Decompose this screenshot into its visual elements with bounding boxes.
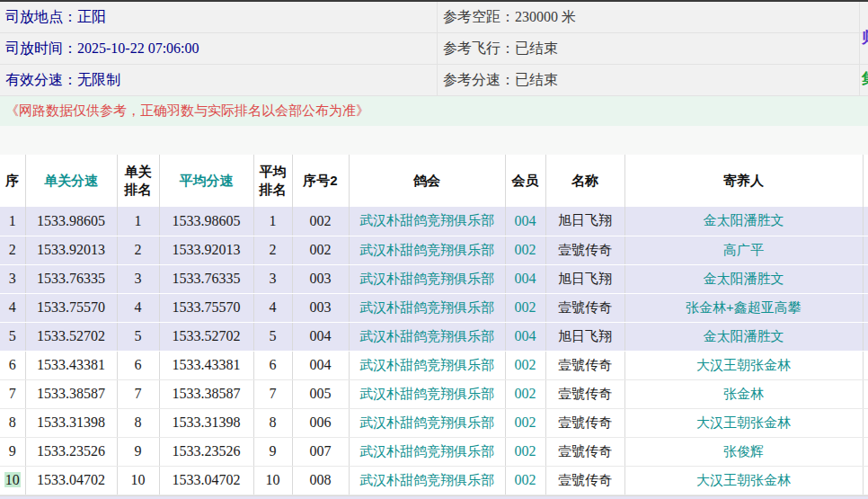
release-time-value: 2025-10-22 07:06:00: [77, 40, 199, 57]
cell-avg-rank: 3: [253, 264, 292, 293]
col-header-single-speed[interactable]: 单关分速: [25, 155, 117, 207]
release-site-value: 正阳: [77, 8, 106, 27]
cell-club-link[interactable]: 武汉朴甜鸽竞翔俱乐部: [349, 236, 505, 264]
cell-avg-speed: 1533.31398: [159, 408, 253, 437]
ref-speed-field: 参考分速：已结束: [438, 65, 860, 95]
cell-keeper-link[interactable]: 大汉王朝张金林: [624, 408, 863, 437]
cell-member-link[interactable]: 004: [505, 322, 545, 351]
table-row: 6 1533.43381 6 1533.43381 6 004 武汉朴甜鸽竞翔俱…: [0, 351, 868, 379]
cell-member-link[interactable]: 002: [505, 293, 545, 322]
ref-distance-field: 参考空距：230000 米: [438, 2, 860, 32]
cell-keeper-link[interactable]: 张俊辉: [624, 437, 863, 466]
table-row: 2 1533.92013 2 1533.92013 2 002 武汉朴甜鸽竞翔俱…: [0, 236, 868, 264]
cell-single-speed: 1533.23526: [25, 437, 117, 466]
cell-keeper-link[interactable]: 金太阳潘胜文: [624, 207, 863, 236]
ref-flight-label: 参考飞行：: [443, 40, 515, 58]
cell-name: 壹號传奇: [545, 466, 624, 495]
cell-avg-speed: 1533.75570: [159, 293, 253, 322]
cell-member-link[interactable]: 002: [505, 437, 545, 466]
ref-distance-value: 230000 米: [515, 8, 576, 27]
cell-keeper-link[interactable]: 张金林+鑫超亚高攀: [624, 293, 863, 322]
cell-club-link[interactable]: 武汉朴甜鸽竞翔俱乐部: [349, 379, 505, 408]
cell-seq: 8: [0, 408, 25, 437]
cell-avg-rank: 4: [253, 293, 292, 322]
cell-club-link[interactable]: 武汉朴甜鸽竞翔俱乐部: [349, 207, 505, 236]
cell-keeper-link[interactable]: 金太阳潘胜文: [624, 322, 863, 351]
col-header-seq[interactable]: 序: [0, 155, 25, 207]
selected-seq-highlight: 10: [4, 472, 21, 487]
cell-single-rank: 3: [117, 264, 159, 293]
cell-single-rank: 2: [117, 236, 159, 264]
col-header-clipped: [863, 155, 868, 207]
cell-keeper-link[interactable]: 大汉王朝张金林: [624, 466, 863, 495]
col-header-club[interactable]: 鸽会: [349, 155, 505, 207]
info-panel: 司放地点：正阳 参考空距：230000 米 司放时间：2025-10-22 07…: [0, 2, 868, 96]
table-row: 5 1533.52702 5 1533.52702 5 004 武汉朴甜鸽竞翔俱…: [0, 322, 868, 351]
release-site-field: 司放地点：正阳: [0, 2, 438, 32]
cell-avg-speed: 1533.76335: [159, 264, 253, 293]
cell-keeper-link[interactable]: 金太阳潘胜文: [624, 264, 863, 293]
cell-avg-rank: 2: [253, 236, 292, 264]
col-header-seq2[interactable]: 序号2: [292, 155, 349, 207]
clipped-link-gather[interactable]: 集: [862, 68, 868, 89]
cell-single-speed: 1533.76335: [25, 264, 117, 293]
cell-club-link[interactable]: 武汉朴甜鸽竞翔俱乐部: [349, 293, 505, 322]
cell-single-speed: 1533.98605: [25, 207, 117, 236]
cell-seq: 6: [0, 351, 25, 379]
cell-name: 壹號传奇: [545, 437, 624, 466]
cell-single-rank: 4: [117, 293, 159, 322]
col-header-keeper[interactable]: 寄养人: [624, 155, 863, 207]
col-header-member[interactable]: 会员: [505, 155, 545, 207]
cell-keeper-link[interactable]: 大汉王朝张金林: [624, 351, 863, 379]
cell-seq2: 008: [292, 466, 349, 495]
valid-speed-value: 无限制: [77, 71, 120, 90]
cell-avg-rank: 9: [253, 437, 292, 466]
cell-member-link[interactable]: 002: [505, 466, 545, 495]
next-row-clipped: [0, 495, 868, 499]
cell-avg-rank: 1: [253, 207, 292, 236]
cell-seq: 5: [0, 322, 25, 351]
cell-single-rank: 1: [117, 207, 159, 236]
cell-club-link[interactable]: 武汉朴甜鸽竞翔俱乐部: [349, 264, 505, 293]
col-header-avg-speed[interactable]: 平均分速: [159, 155, 253, 207]
cell-club-link[interactable]: 武汉朴甜鸽竞翔俱乐部: [349, 408, 505, 437]
col-header-avg-rank[interactable]: 平均排名: [253, 155, 292, 207]
cell-member-link[interactable]: 004: [505, 207, 545, 236]
cell-club-link[interactable]: 武汉朴甜鸽竞翔俱乐部: [349, 437, 505, 466]
cell-avg-rank: 6: [253, 351, 292, 379]
cell-name: 旭日飞翔: [545, 264, 624, 293]
cell-keeper-link[interactable]: 高广平: [624, 236, 863, 264]
ref-distance-label: 参考空距：: [443, 8, 515, 27]
spacer-band: [0, 126, 868, 155]
cell-seq: 7: [0, 379, 25, 408]
cell-name: 旭日飞翔: [545, 207, 624, 236]
header-row: 序 单关分速 单关排名 平均分速 平均排名 序号2 鸽会 会员 名称 寄养人: [0, 155, 868, 207]
table-row: 7 1533.38587 7 1533.38587 7 005 武汉朴甜鸽竞翔俱…: [0, 379, 868, 408]
info-row: 司放地点：正阳 参考空距：230000 米: [0, 2, 868, 33]
table-row: 1 1533.98605 1 1533.98605 1 002 武汉朴甜鸽竞翔俱…: [0, 207, 868, 236]
cell-member-link[interactable]: 002: [505, 236, 545, 264]
cell-club-link[interactable]: 武汉朴甜鸽竞翔俱乐部: [349, 351, 505, 379]
cell-member-link[interactable]: 002: [505, 379, 545, 408]
cell-single-rank: 6: [117, 351, 159, 379]
cell-seq2: 003: [292, 293, 349, 322]
disclaimer-notice: 《网路数据仅供参考，正确羽数与实际排名以会部公布为准》: [0, 96, 868, 126]
col-header-single-rank[interactable]: 单关排名: [117, 155, 159, 207]
release-time-label: 司放时间：: [5, 40, 77, 58]
cell-seq2: 005: [292, 379, 349, 408]
cell-name: 壹號传奇: [545, 351, 624, 379]
info-row: 司放时间：2025-10-22 07:06:00 参考飞行：已结束: [0, 33, 868, 65]
cell-name: 壹號传奇: [545, 236, 624, 264]
cell-club-link[interactable]: 武汉朴甜鸽竞翔俱乐部: [349, 322, 505, 351]
cell-single-speed: 1533.38587: [25, 379, 117, 408]
cell-single-speed: 1533.92013: [25, 236, 117, 264]
cell-keeper-link[interactable]: 张金林: [624, 379, 863, 408]
clipped-link-return[interactable]: 归: [862, 27, 868, 48]
cell-member-link[interactable]: 004: [505, 264, 545, 293]
cell-member-link[interactable]: 002: [505, 351, 545, 379]
valid-speed-label: 有效分速：: [5, 71, 77, 90]
cell-member-link[interactable]: 002: [505, 408, 545, 437]
cell-name: 壹號传奇: [545, 408, 624, 437]
col-header-name[interactable]: 名称: [545, 155, 624, 207]
cell-club-link[interactable]: 武汉朴甜鸽竞翔俱乐部: [349, 466, 505, 495]
